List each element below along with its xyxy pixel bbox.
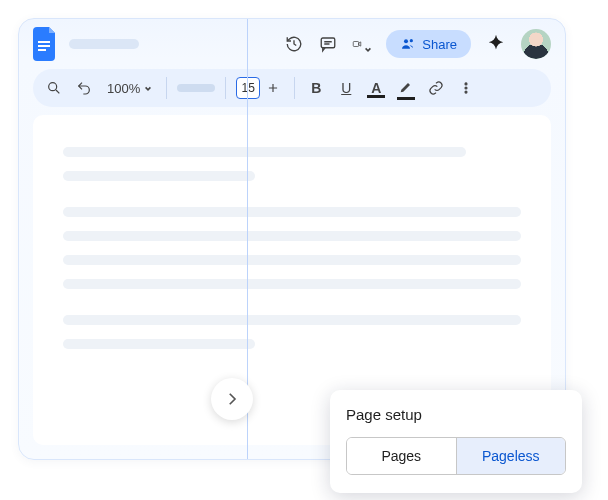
svg-rect-2: [38, 49, 46, 51]
font-size-input[interactable]: 15: [236, 77, 260, 99]
meet-button[interactable]: [352, 34, 372, 54]
doc-title-placeholder[interactable]: [69, 39, 139, 49]
pages-option[interactable]: Pages: [347, 438, 456, 474]
toolbar-divider: [294, 77, 295, 99]
formatting-toolbar: 100% 15 B U A: [33, 69, 551, 107]
svg-point-7: [404, 39, 408, 43]
zoom-dropdown[interactable]: 100%: [103, 81, 156, 96]
underline-button[interactable]: U: [335, 80, 357, 96]
page-setup-popup: Page setup Pages Pageless: [330, 390, 582, 493]
text-skeleton: [63, 339, 255, 349]
svg-point-14: [465, 87, 467, 89]
docs-logo-icon[interactable]: [33, 27, 59, 61]
account-avatar[interactable]: [521, 29, 551, 59]
caret-down-icon: [144, 81, 152, 96]
share-label: Share: [422, 37, 457, 52]
zoom-value: 100%: [107, 81, 140, 96]
svg-rect-6: [354, 42, 359, 47]
text-skeleton: [63, 231, 521, 241]
text-skeleton: [63, 279, 521, 289]
text-skeleton: [63, 315, 521, 325]
gemini-sparkle-icon[interactable]: [485, 33, 507, 55]
text-skeleton: [63, 147, 466, 157]
people-icon: [400, 36, 416, 52]
increase-font-size[interactable]: [262, 76, 284, 100]
page-setup-segmented: Pages Pageless: [346, 437, 566, 475]
share-button[interactable]: Share: [386, 30, 471, 58]
svg-rect-3: [322, 38, 336, 48]
svg-line-10: [56, 90, 59, 93]
svg-rect-0: [38, 41, 50, 43]
font-size-control: 15: [236, 76, 284, 100]
text-skeleton: [63, 255, 521, 265]
topbar-actions: Share: [284, 29, 551, 59]
highlight-button[interactable]: [395, 79, 417, 98]
popup-title: Page setup: [346, 406, 566, 423]
toolbar-divider: [225, 77, 226, 99]
font-family-placeholder[interactable]: [177, 84, 215, 92]
toolbar-divider: [166, 77, 167, 99]
text-skeleton: [63, 171, 255, 181]
caret-down-icon: [364, 40, 372, 48]
insert-link-button[interactable]: [425, 76, 447, 100]
search-icon[interactable]: [43, 76, 65, 100]
bold-button[interactable]: B: [305, 80, 327, 96]
svg-point-9: [49, 83, 57, 91]
comment-icon[interactable]: [318, 34, 338, 54]
svg-point-15: [465, 91, 467, 93]
pageless-option[interactable]: Pageless: [456, 438, 566, 474]
expand-arrow-button[interactable]: [211, 378, 253, 420]
history-icon[interactable]: [284, 34, 304, 54]
svg-point-8: [410, 39, 413, 42]
text-color-button[interactable]: A: [365, 80, 387, 96]
svg-rect-1: [38, 45, 50, 47]
undo-icon[interactable]: [73, 76, 95, 100]
title-bar: Share: [19, 19, 565, 69]
more-options-button[interactable]: [455, 76, 477, 100]
svg-point-13: [465, 83, 467, 85]
text-skeleton: [63, 207, 521, 217]
